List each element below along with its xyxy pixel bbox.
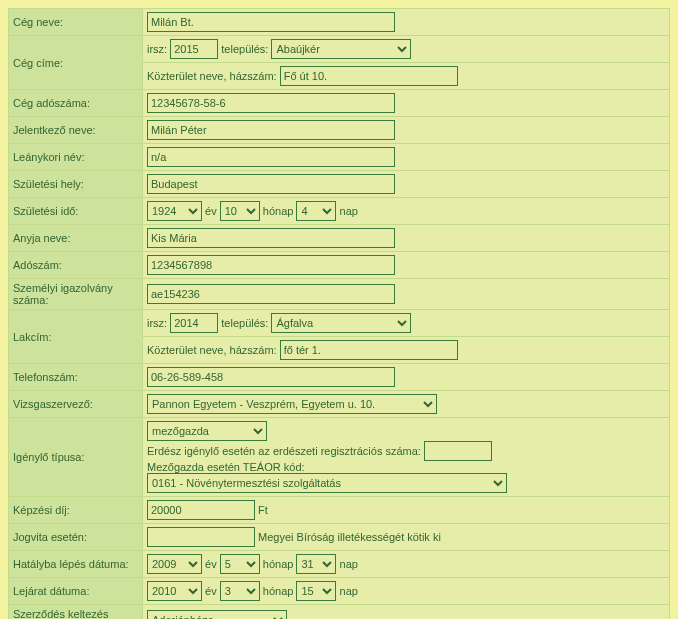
- jogvita-suffix: Megyei Bíróság illetékességét kötik ki: [258, 531, 441, 543]
- jogvita-input[interactable]: [147, 527, 255, 547]
- szuletesi-hely-input[interactable]: [147, 174, 395, 194]
- vizsga-select[interactable]: Pannon Egyetem - Veszprém, Egyetem u. 10…: [147, 394, 437, 414]
- kepzesi-dij-input[interactable]: [147, 500, 255, 520]
- label-lakcim: Lakcím:: [9, 310, 143, 364]
- label-lejarat: Lejárat dátuma:: [9, 578, 143, 605]
- label-telefonszam: Telefonszám:: [9, 364, 143, 391]
- label-anyja-neve: Anyja neve:: [9, 225, 143, 252]
- label-kozterulet: Közterület neve, házszám:: [147, 70, 277, 82]
- hat-nap-select[interactable]: 31: [296, 554, 336, 574]
- hat-ev-select[interactable]: 2009: [147, 554, 202, 574]
- label-jelentkezo-neve: Jelentkező neve:: [9, 117, 143, 144]
- leanykori-nev-input[interactable]: [147, 147, 395, 167]
- lak-irsz-input[interactable]: [170, 313, 218, 333]
- label-szuletesi-ido: Születési idő:: [9, 198, 143, 225]
- label-szuletesi-hely: Születési hely:: [9, 171, 143, 198]
- label-ceg-neve: Cég neve:: [9, 9, 143, 36]
- kelt-varos-select[interactable]: Adorjánháza: [147, 610, 287, 619]
- label-honap: hónap: [263, 205, 294, 217]
- telefonszam-input[interactable]: [147, 367, 395, 387]
- label-ceg-cime: Cég címe:: [9, 36, 143, 90]
- label-ev: év: [205, 205, 217, 217]
- szig-input[interactable]: [147, 284, 395, 304]
- label-jogvita: Jogvita esetén:: [9, 524, 143, 551]
- lej-ev-select[interactable]: 2010: [147, 581, 202, 601]
- lej-nap-select[interactable]: 15: [296, 581, 336, 601]
- lej-ho-select[interactable]: 3: [220, 581, 260, 601]
- label-szig: Személyi igazolvány száma:: [9, 279, 143, 310]
- label-adoszam: Adószám:: [9, 252, 143, 279]
- label-irsz: irsz:: [147, 43, 167, 55]
- label-telepules-2: település:: [221, 317, 268, 329]
- teaor-select[interactable]: 0161 - Növénytermesztési szolgáltatás: [147, 473, 507, 493]
- szul-ho-select[interactable]: 10: [220, 201, 260, 221]
- label-nap: nap: [340, 205, 358, 217]
- hat-ho-select[interactable]: 5: [220, 554, 260, 574]
- ceg-adoszama-input[interactable]: [147, 93, 395, 113]
- label-teaor: Mezőgazda esetén TEÁOR kód:: [147, 461, 305, 473]
- erdesz-reg-input[interactable]: [424, 441, 492, 461]
- adoszam-input[interactable]: [147, 255, 395, 275]
- label-telepules: település:: [221, 43, 268, 55]
- label-vizsga: Vizsgaszervező:: [9, 391, 143, 418]
- label-igenylo: Igénylő típusa:: [9, 418, 143, 497]
- label-ceg-adoszama: Cég adószáma:: [9, 90, 143, 117]
- anyja-neve-input[interactable]: [147, 228, 395, 248]
- szul-nap-select[interactable]: 4: [296, 201, 336, 221]
- label-hatalyba: Hatályba lépés dátuma:: [9, 551, 143, 578]
- igenylo-tipus-select[interactable]: mezőgazda: [147, 421, 267, 441]
- ceg-kozterulet-input[interactable]: [280, 66, 458, 86]
- ceg-telepules-select[interactable]: Abaújkér: [271, 39, 411, 59]
- label-ft: Ft: [258, 504, 268, 516]
- form-table: Cég neve: Cég címe: irsz: település: Aba…: [8, 8, 670, 619]
- label-kepzesi-dij: Képzési díj:: [9, 497, 143, 524]
- szul-ev-select[interactable]: 1924: [147, 201, 202, 221]
- lak-telepules-select[interactable]: Ágfalva: [271, 313, 411, 333]
- lak-kozterulet-input[interactable]: [280, 340, 458, 360]
- ceg-irsz-input[interactable]: [170, 39, 218, 59]
- label-kozterulet-2: Közterület neve, házszám:: [147, 344, 277, 356]
- label-keltezes-varos: Szerződés keltezés város:: [9, 605, 143, 620]
- label-leanykori-nev: Leánykori név:: [9, 144, 143, 171]
- jelentkezo-neve-input[interactable]: [147, 120, 395, 140]
- ceg-neve-input[interactable]: [147, 12, 395, 32]
- label-erdesz: Erdész igénylő esetén az erdészeti regis…: [147, 445, 421, 457]
- label-irsz-2: irsz:: [147, 317, 167, 329]
